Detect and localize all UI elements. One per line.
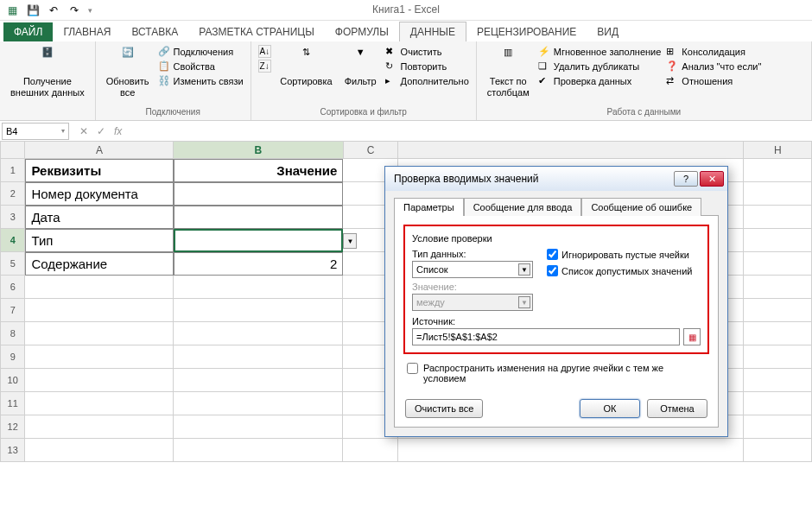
undo-icon[interactable]: ↶ <box>47 3 60 17</box>
cell[interactable] <box>174 276 343 299</box>
cell-dropdown-icon[interactable]: ▼ <box>343 233 357 249</box>
tab-data[interactable]: ДАННЫЕ <box>399 22 466 41</box>
col-header-c[interactable]: C <box>344 142 399 159</box>
cell[interactable] <box>174 182 343 206</box>
tab-review[interactable]: РЕЦЕНЗИРОВАНИЕ <box>466 22 587 41</box>
cell[interactable] <box>744 299 812 322</box>
cell[interactable] <box>744 415 812 439</box>
source-input[interactable] <box>412 328 680 345</box>
col-header-a[interactable]: A <box>25 142 174 159</box>
tab-formulas[interactable]: ФОРМУЛЫ <box>325 22 399 41</box>
fx-icon[interactable]: fx <box>114 125 122 137</box>
row-header[interactable]: 13 <box>0 439 25 462</box>
refresh-all-button[interactable]: 🔄 Обновить все <box>103 45 153 100</box>
cell[interactable]: Реквизиты <box>25 159 174 182</box>
range-picker-button[interactable]: ▦ <box>683 328 701 345</box>
cell[interactable]: Тип <box>25 229 174 252</box>
cell[interactable] <box>744 206 812 229</box>
cell[interactable] <box>343 439 398 462</box>
cell[interactable] <box>25 392 174 415</box>
dialog-titlebar[interactable]: Проверка вводимых значений ? ✕ <box>385 167 727 191</box>
cell[interactable] <box>174 206 343 229</box>
cell[interactable] <box>25 276 174 299</box>
row-header[interactable]: 4 <box>0 229 25 252</box>
tab-page-layout[interactable]: РАЗМЕТКА СТРАНИЦЫ <box>188 22 325 41</box>
cell[interactable] <box>744 392 812 415</box>
cell[interactable] <box>174 392 343 415</box>
ignore-blank-checkbox[interactable]: Игнорировать пустые ячейки <box>547 249 692 260</box>
connections-button[interactable]: 🔗Подключения <box>158 45 244 59</box>
properties-button[interactable]: 📋Свойства <box>158 60 244 73</box>
cell[interactable] <box>744 322 812 345</box>
redo-icon[interactable]: ↷ <box>67 3 81 17</box>
name-box[interactable]: B4▾ <box>2 123 69 140</box>
sort-desc-icon[interactable]: Z↓ <box>258 60 272 73</box>
row-header[interactable]: 3 <box>0 206 25 229</box>
cell[interactable] <box>174 345 343 369</box>
cell[interactable] <box>744 276 812 299</box>
cancel-button[interactable]: Отмена <box>647 399 707 418</box>
relationships-button[interactable]: ⇄Отношения <box>666 74 761 88</box>
row-header[interactable]: 8 <box>0 322 25 345</box>
reapply-button[interactable]: ↻Повторить <box>385 60 469 73</box>
col-header-h[interactable]: H <box>744 142 812 159</box>
cell[interactable] <box>744 182 812 206</box>
dialog-tab-params[interactable]: Параметры <box>394 198 464 216</box>
cell[interactable] <box>744 229 812 252</box>
cell[interactable] <box>174 322 343 345</box>
save-icon[interactable]: 💾 <box>26 3 40 17</box>
dialog-help-button[interactable]: ? <box>674 171 698 187</box>
row-header[interactable]: 12 <box>0 415 25 439</box>
clear-filter-button[interactable]: ✖Очистить <box>385 45 469 59</box>
cell[interactable]: 2 <box>174 252 343 276</box>
cancel-entry-icon[interactable]: ✕ <box>79 125 88 137</box>
get-external-data-button[interactable]: 🗄️ Получение внешних данных <box>7 45 88 100</box>
tab-insert[interactable]: ВСТАВКА <box>121 22 188 41</box>
confirm-entry-icon[interactable]: ✓ <box>97 125 105 137</box>
row-header[interactable]: 2 <box>0 182 25 206</box>
flash-fill-button[interactable]: ⚡Мгновенное заполнение <box>538 45 662 59</box>
select-all-corner[interactable] <box>0 142 25 159</box>
sort-button[interactable]: ⇅ Сортировка <box>276 45 335 89</box>
whatif-button[interactable]: ❓Анализ "что если" <box>666 60 761 73</box>
col-header-blank[interactable] <box>398 142 744 159</box>
col-header-b[interactable]: B <box>174 142 343 159</box>
consolidate-button[interactable]: ⊞Консолидация <box>666 45 761 59</box>
cell[interactable] <box>744 439 812 462</box>
advanced-filter-button[interactable]: ▸Дополнительно <box>385 74 469 88</box>
cell[interactable] <box>25 369 174 392</box>
tab-file[interactable]: ФАЙЛ <box>3 22 53 41</box>
cell[interactable] <box>25 322 174 345</box>
cell[interactable] <box>744 159 812 182</box>
row-header[interactable]: 9 <box>0 345 25 369</box>
cell[interactable] <box>174 415 343 439</box>
type-combo[interactable]: Список▼ <box>412 261 533 278</box>
row-header[interactable]: 5 <box>0 252 25 276</box>
qat-more-icon[interactable]: ▾ <box>88 6 92 15</box>
remove-duplicates-button[interactable]: ❏Удалить дубликаты <box>538 60 662 73</box>
cell[interactable] <box>25 439 174 462</box>
dialog-tab-input-msg[interactable]: Сообщение для ввода <box>464 198 582 216</box>
row-header[interactable]: 7 <box>0 299 25 322</box>
row-header[interactable]: 6 <box>0 276 25 299</box>
tab-home[interactable]: ГЛАВНАЯ <box>53 22 121 41</box>
ok-button[interactable]: ОК <box>580 399 640 418</box>
dialog-close-button[interactable]: ✕ <box>700 171 724 187</box>
cell[interactable] <box>25 415 174 439</box>
row-header[interactable]: 11 <box>0 392 25 415</box>
cell[interactable] <box>744 252 812 276</box>
cell[interactable] <box>174 299 343 322</box>
cell[interactable]: Номер документа <box>25 182 174 206</box>
data-validation-button[interactable]: ✔Проверка данных <box>538 74 662 88</box>
dialog-tab-error-msg[interactable]: Сообщение об ошибке <box>581 198 701 216</box>
cell[interactable] <box>25 345 174 369</box>
row-header[interactable]: 10 <box>0 369 25 392</box>
cell[interactable] <box>398 439 744 462</box>
cell[interactable]: Значение <box>174 159 343 182</box>
cell[interactable] <box>25 299 174 322</box>
tab-view[interactable]: ВИД <box>587 22 629 41</box>
cell[interactable] <box>744 345 812 369</box>
text-to-columns-button[interactable]: ▥ Текст по столбцам <box>484 45 533 100</box>
cell[interactable]: Содержание <box>25 252 174 276</box>
in-cell-dropdown-checkbox[interactable]: Список допустимых значений <box>547 265 692 276</box>
